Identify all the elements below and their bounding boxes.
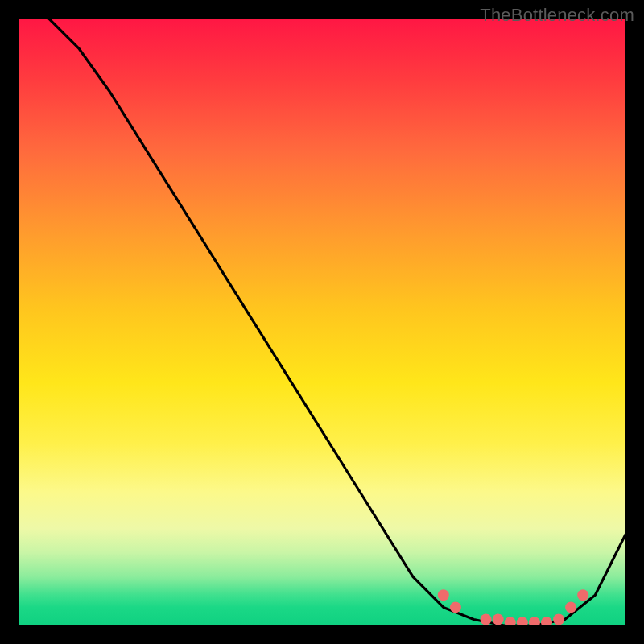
marker-point bbox=[565, 601, 576, 613]
marker-point bbox=[529, 617, 540, 625]
marker-point bbox=[505, 617, 516, 625]
marker-point bbox=[517, 617, 528, 625]
marker-point bbox=[553, 614, 564, 625]
chart-frame: TheBottleneck.com bbox=[0, 0, 644, 644]
marker-point bbox=[450, 601, 461, 613]
chart-overlay bbox=[19, 19, 625, 625]
marker-point bbox=[438, 589, 449, 601]
watermark-text: TheBottleneck.com bbox=[480, 5, 634, 26]
bottleneck-curve-line bbox=[49, 19, 625, 625]
marker-point bbox=[577, 589, 588, 601]
marker-point bbox=[493, 614, 504, 625]
marker-point bbox=[481, 614, 492, 625]
marker-point bbox=[541, 617, 552, 625]
